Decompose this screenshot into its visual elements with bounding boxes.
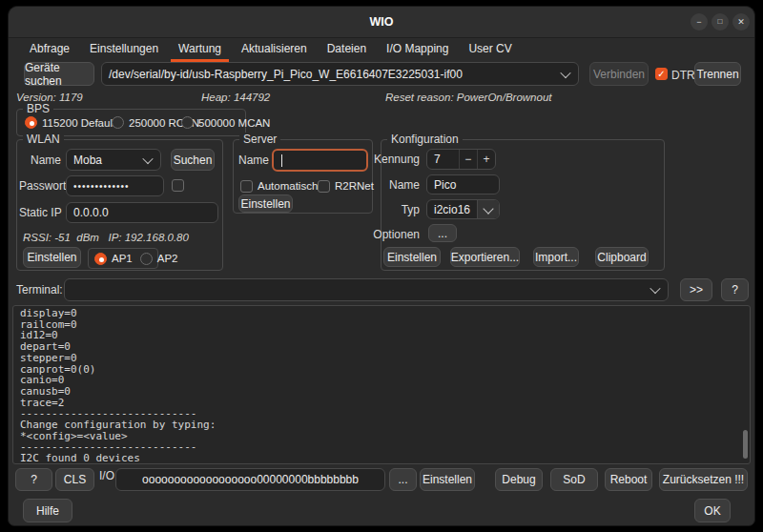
typ-label: Typ [402,203,420,216]
dtr-label: DTR [671,69,695,82]
titlebar: WIO − □ ✕ [9,7,754,38]
kennung-decrement-button[interactable]: − [459,150,477,169]
terminal-label: Terminal: [16,283,63,297]
wlan-ap1-radio[interactable]: AP1 [94,253,133,265]
wlan-ap2-radio[interactable]: AP2 [140,253,178,265]
reset-button[interactable]: Zurücksetzen !!! [659,468,748,491]
terminal-send-button[interactable]: >> [680,278,712,301]
device-path-value: /dev/serial/by-id/usb-Raspberry_Pi_Pico_… [102,68,562,81]
minimize-icon[interactable]: − [691,13,708,31]
window-title: WIO [370,15,394,29]
konfig-import-button[interactable]: Import... [533,247,579,267]
konfig-clipboard-button[interactable]: Clipboard [595,247,649,267]
radio-icon [25,116,37,129]
tab-wartung[interactable]: Wartung [171,37,229,62]
konfig-name-field[interactable]: Pico [426,174,500,194]
wlan-static-ip-field[interactable]: 0.0.0.0 [66,202,218,223]
text-cursor [281,154,282,167]
io-apply-button[interactable]: Einstellen [420,468,475,491]
screen: { "window": { "title": "WIO" }, "icons":… [0,0,763,532]
bps-group-title: BPS [23,102,53,115]
server-auto-label: Automatisch [258,180,318,192]
server-group-title: Server [239,133,280,146]
server-apply-button[interactable]: Einstellen [238,194,293,213]
window-controls: − □ ✕ [691,13,750,31]
tab-io-mapping[interactable]: I/O Mapping [379,37,456,62]
radio-icon [140,253,153,265]
search-devices-button[interactable]: Geräte suchen [24,62,94,86]
connect-button[interactable]: Verbinden [589,62,649,86]
tab-aktualisieren[interactable]: Aktualisieren [234,37,315,62]
kennung-label: Kennung [374,153,420,166]
wlan-name-label: Name [19,153,61,167]
maximize-icon[interactable]: □ [711,13,729,31]
konfiguration-group: Konfiguration Kennung 7 − + Name Pico Ty… [381,139,665,271]
cls-button[interactable]: CLS [55,468,94,491]
wlan-name-combobox[interactable]: Moba [66,149,161,171]
heap-text: Heap: 144792 [201,92,270,103]
io-state-field[interactable]: oooooooooooooooooo00000000bbbbbbbb [115,468,385,491]
radio-icon [181,116,194,129]
tab-bar: Abfrage Einstellungen Wartung Aktualisie… [9,37,754,62]
debug-button[interactable]: Debug [495,468,543,491]
sod-button[interactable]: SoD [550,468,598,491]
help-button[interactable]: Hilfe [23,499,72,522]
server-r2rnet-label: R2RNet [335,180,374,192]
io-help-button[interactable]: ? [15,468,52,491]
radio-icon [94,253,107,265]
reset-reason-text: Reset reason: PowerOn/Brownout [385,92,552,103]
server-auto-checkbox[interactable] [240,180,253,193]
wlan-static-ip-label: Static IP [19,206,61,219]
server-name-label: Name [238,153,269,167]
typ-combobox[interactable]: i2cio16 [426,199,500,219]
tab-dateien[interactable]: Dateien [320,37,374,62]
io-label: I/O [99,469,114,482]
terminal-help-button[interactable]: ? [721,278,749,301]
chevron-down-icon [142,153,153,163]
app-window: WIO − □ ✕ Abfrage Einstellungen Wartung … [8,6,755,526]
reboot-button[interactable]: Reboot [605,468,652,491]
kennung-value[interactable]: 7 [427,150,459,169]
wlan-ap-frame: AP1 AP2 [88,248,158,269]
terminal-output-text: display=0 railcom=0 id12=0 depart=0 step… [13,306,750,464]
wlan-rssi-text: RSSI: -51 dBm IP: 192.168.0.80 [23,232,189,243]
wlan-group-title: WLAN [23,133,64,146]
tab-abfrage[interactable]: Abfrage [22,37,77,62]
chevron-down-icon [650,283,660,294]
chevron-down-icon[interactable] [477,200,499,218]
terminal-output: display=0 railcom=0 id12=0 depart=0 step… [12,305,751,464]
bps-radio-500000[interactable]: 500000 MCAN [181,116,270,129]
ok-button[interactable]: OK [694,499,731,522]
terminal-input-combobox[interactable] [64,278,669,301]
optionen-more-button[interactable]: ... [428,224,457,242]
io-more-button[interactable]: ... [389,468,417,491]
bps-radio-115200[interactable]: 115200 Default [25,116,115,129]
kennung-increment-button[interactable]: + [477,150,495,169]
wlan-group: WLAN Name Moba Suchen Passwort •••••••••… [16,139,223,271]
wlan-password-field[interactable]: ••••••••••••• [66,175,164,196]
disconnect-button[interactable]: Trennen [694,62,741,86]
konfig-apply-button[interactable]: Einstellen [383,247,441,267]
konfiguration-group-title: Konfiguration [387,133,463,146]
konfig-export-button[interactable]: Exportieren... [450,247,520,267]
konfig-name-label: Name [389,178,420,192]
server-name-field[interactable] [272,149,368,172]
wlan-apply-button[interactable]: Einstellen [23,247,81,268]
server-group: Server Name Automatisch R2RNet Einstelle… [233,139,373,214]
wlan-password-label: Passwort [19,179,61,193]
wlan-show-password-checkbox[interactable] [172,179,184,192]
terminal-scrollbar[interactable] [743,430,748,459]
chevron-down-icon [560,67,570,77]
radio-icon [112,116,124,129]
server-r2rnet-checkbox[interactable] [318,180,330,193]
wlan-search-button[interactable]: Suchen [171,149,215,171]
tab-user-cv[interactable]: User CV [461,37,519,62]
kennung-spinner: 7 − + [426,149,496,170]
tab-einstellungen[interactable]: Einstellungen [82,37,166,62]
close-icon[interactable]: ✕ [732,13,750,31]
dtr-checkbox[interactable]: ✓ [655,68,668,80]
device-path-combobox[interactable]: /dev/serial/by-id/usb-Raspberry_Pi_Pico_… [101,62,579,86]
optionen-label: Optionen [373,228,420,241]
